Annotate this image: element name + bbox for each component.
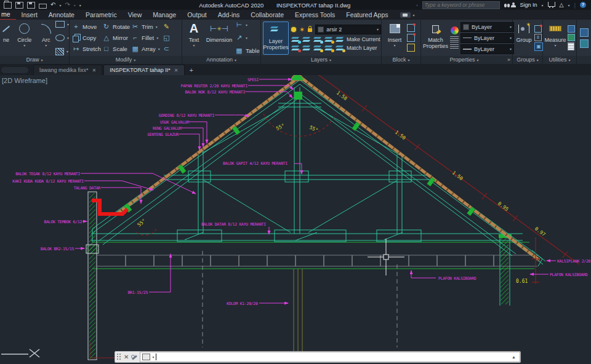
tab-home[interactable]: me — [0, 9, 16, 20]
tab-output[interactable]: Output — [182, 10, 212, 20]
save-icon[interactable] — [15, 2, 23, 9]
match-layer-button[interactable]: Match Layer — [347, 45, 377, 51]
group-edit-icon[interactable]: 8 — [534, 34, 542, 41]
panel-utilities-footer[interactable]: Utilities▾ — [543, 56, 576, 64]
table-button[interactable]: ▦Table — [235, 46, 260, 57]
layer-thaw-icon[interactable]: ✶ — [299, 26, 305, 33]
paste-icon[interactable] — [580, 28, 589, 37]
stretch-button[interactable]: ↦Stretch — [72, 44, 101, 55]
text-button[interactable]: A Text ▾ — [185, 21, 203, 55]
insert-button[interactable]: Insert ▾ — [384, 21, 405, 55]
join-button[interactable]: ⊂ — [163, 44, 171, 55]
quick-select-icon[interactable] — [568, 25, 575, 33]
panel-block-footer[interactable]: Block▾ — [382, 56, 420, 64]
measure-button[interactable]: Measure ▾ — [544, 21, 566, 55]
erase-button[interactable]: ✎ — [163, 22, 171, 33]
command-input[interactable]: ▾ ▲ — [140, 352, 520, 362]
panel-modify-footer[interactable]: Modify▾ — [70, 56, 182, 64]
quick-calc-icon[interactable] — [568, 34, 575, 41]
store-cart-icon[interactable] — [548, 2, 555, 7]
command-recent-icon[interactable] — [142, 354, 150, 360]
file-tab-inspektorat[interactable]: INSPEKTORAT tahap II* ✕ — [103, 65, 184, 75]
layer-unlock-icon[interactable] — [308, 28, 312, 32]
tab-manage[interactable]: Manage — [147, 10, 182, 20]
save-as-icon[interactable] — [27, 2, 35, 9]
tab-view[interactable]: View — [123, 10, 148, 20]
layer-unisolate-icon[interactable] — [291, 45, 300, 52]
layer-isolate-icon[interactable] — [302, 36, 311, 43]
command-customize-icon[interactable] — [131, 354, 137, 360]
explode-button[interactable]: ◱ — [163, 33, 171, 44]
scale-button[interactable]: □Scale — [102, 44, 130, 55]
command-history-toggle-icon[interactable]: ▲ — [512, 355, 516, 359]
layer-properties-button[interactable]: Layer Properties — [263, 22, 289, 55]
sign-in-link[interactable]: Sign In — [520, 2, 537, 8]
new-tab-button[interactable]: + — [190, 66, 193, 75]
redo-caret-icon[interactable]: ▾ — [74, 3, 76, 7]
dimension-button[interactable]: ⊢✳⊣ Dimension — [203, 21, 235, 55]
media-caret-icon[interactable]: ▾ — [413, 13, 415, 17]
start-tab-stub[interactable] — [1, 67, 28, 73]
layer-dropdown[interactable]: arsir 2 ▾ — [315, 25, 381, 34]
make-current-button[interactable]: Make Current — [347, 36, 380, 42]
linetype-dropdown[interactable]: ByLayer ▾ — [460, 33, 514, 43]
a360-icon[interactable]: △ — [560, 2, 564, 8]
tab-parametric[interactable]: Parametric — [80, 10, 123, 20]
array-button[interactable]: ▦Array▾ — [131, 44, 160, 55]
rectangle-button[interactable]: ▾ — [55, 19, 69, 30]
mirror-button[interactable]: △Mirror — [102, 33, 130, 44]
panel-groups-footer[interactable]: Groups▾ — [513, 56, 542, 64]
a360-caret-icon[interactable]: ▾ — [568, 3, 570, 7]
panel-annotation-footer[interactable]: Annotation▾ — [182, 56, 260, 64]
command-recent-caret-icon[interactable]: ▾ — [152, 355, 154, 359]
move-button[interactable]: +Move — [72, 22, 101, 33]
close-tab-icon[interactable]: ✕ — [174, 68, 179, 73]
copy-button[interactable]: Copy — [72, 33, 101, 44]
match-properties-button[interactable]: Match Properties — [423, 21, 448, 55]
edit-block-icon[interactable] — [407, 34, 415, 42]
group-selection-icon[interactable]: ▣ — [534, 42, 543, 51]
search-expand-icon[interactable]: › — [417, 3, 418, 7]
layer-freeze-icon[interactable] — [313, 36, 322, 43]
circle-button[interactable]: Circle ▾ — [12, 21, 36, 55]
tab-featured-apps[interactable]: Featured Apps — [340, 10, 393, 20]
arc-button[interactable]: Arc ▾ — [36, 21, 55, 55]
leader-button[interactable]: ⊢▾ — [235, 20, 260, 31]
sign-in-caret-icon[interactable]: ▾ — [542, 3, 544, 7]
media-toolbar-icon[interactable] — [400, 12, 411, 18]
hatch-button[interactable]: ▾ — [55, 46, 69, 57]
search-input[interactable] — [422, 1, 500, 9]
file-tab-lawang[interactable]: lawang medika fixx* ✕ — [33, 65, 102, 75]
create-block-icon[interactable] — [407, 24, 415, 32]
panel-layers-footer[interactable]: Layers▾ — [261, 56, 381, 64]
layer-on-icon[interactable] — [291, 27, 296, 32]
block-attributes-icon[interactable] — [407, 44, 415, 52]
rotate-button[interactable]: ↻Rotate — [102, 22, 130, 33]
properties-dialog-launcher[interactable]: » — [507, 56, 510, 64]
viewport-control-label[interactable]: [2D Wireframe] — [2, 77, 47, 84]
panel-draw-footer[interactable]: Draw▾ — [0, 56, 69, 64]
layer-lock-icon[interactable] — [324, 36, 333, 43]
customize-qat-icon[interactable]: ▾ — [79, 3, 81, 7]
tab-collaborate[interactable]: Collaborate — [245, 10, 289, 20]
ellipse-button[interactable]: ▾ — [55, 33, 69, 44]
undo-icon[interactable]: ↶ — [50, 2, 55, 8]
layer-walk-icon[interactable] — [313, 45, 322, 52]
layer-off-icon[interactable] — [291, 36, 300, 43]
plot-icon[interactable] — [39, 4, 47, 9]
undo-caret-icon[interactable]: ▾ — [59, 3, 61, 7]
line-button[interactable]: ne — [0, 21, 12, 55]
group-button[interactable]: Group — [515, 21, 533, 55]
layer-thaw-all-icon[interactable] — [302, 45, 311, 52]
calculator-icon[interactable] — [568, 42, 574, 50]
fillet-button[interactable]: ⌐Fillet▾ — [131, 33, 160, 44]
close-tab-icon[interactable]: ✕ — [92, 68, 97, 73]
trim-button[interactable]: ✂Trim▾ — [131, 22, 160, 33]
tab-express-tools[interactable]: Express Tools — [289, 10, 340, 20]
command-bar-close-icon[interactable]: ✕ — [121, 354, 131, 360]
search-icon[interactable] — [504, 2, 507, 9]
help-icon[interactable]: ? — [580, 2, 586, 8]
object-color-dropdown[interactable]: ByLayer ▾ — [460, 22, 514, 32]
open-icon[interactable] — [4, 2, 12, 9]
tab-add-ins[interactable]: Add-ins — [212, 10, 246, 20]
